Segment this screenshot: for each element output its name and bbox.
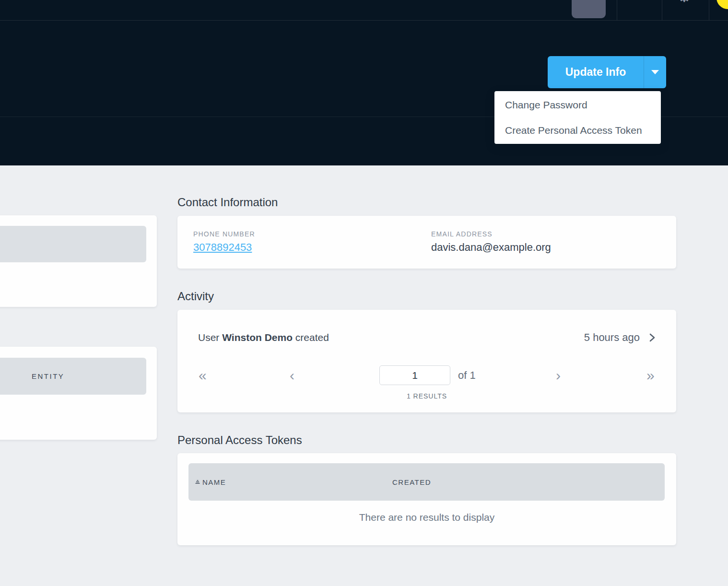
personal-access-tokens-card: NAME CREATED There are no results to dis… [177, 453, 676, 545]
tokens-empty-message: There are no results to display [177, 512, 676, 523]
last-page-button[interactable]: » [646, 364, 655, 386]
activity-user-name: Winston Demo [222, 332, 293, 343]
left-summary-card [0, 215, 157, 307]
activity-pagination: « ‹ of 1 › » [177, 364, 676, 386]
search-icon [581, 0, 597, 12]
update-info-button[interactable]: Update Info [548, 56, 644, 88]
results-count-label: 1 RESULTS [177, 392, 676, 400]
activity-title: Activity [177, 290, 214, 303]
tokens-column-created[interactable]: CREATED [392, 463, 431, 501]
caret-down-icon [651, 70, 659, 74]
left-card-placeholder-band [0, 226, 146, 262]
menu-item-change-password[interactable]: Change Password [494, 92, 661, 117]
entity-card: ENTITY [0, 347, 157, 440]
activity-log-row[interactable]: User Winston Demo created 5 hours ago [198, 327, 656, 348]
next-page-button[interactable]: › [556, 364, 561, 386]
previous-page-button[interactable]: ‹ [290, 364, 294, 386]
help-icon[interactable]: ? [635, 0, 643, 2]
user-profile-page: ? ⚙ Update Info Change Password Create P… [0, 0, 728, 586]
phone-field: PHONE NUMBER 3078892453 [193, 230, 255, 254]
update-info-split-button: Update Info [548, 56, 666, 88]
contact-information-card: PHONE NUMBER 3078892453 EMAIL ADDRESS da… [177, 216, 676, 269]
email-address-label: EMAIL ADDRESS [431, 230, 551, 238]
chevron-right-icon [648, 333, 656, 342]
contact-information-title: Contact Information [177, 196, 278, 209]
gear-icon[interactable]: ⚙ [677, 0, 692, 6]
page-count-label: of 1 [458, 364, 476, 386]
topbar-divider [662, 0, 662, 21]
menu-item-create-personal-access-token[interactable]: Create Personal Access Token [494, 117, 661, 143]
tokens-table-header: NAME CREATED [188, 463, 665, 501]
entity-card-header-band: ENTITY [0, 358, 146, 395]
sort-ascending-icon [195, 479, 200, 485]
search-button[interactable] [572, 0, 606, 18]
update-info-dropdown-menu: Change Password Create Personal Access T… [494, 91, 661, 144]
activity-description: User Winston Demo created [198, 332, 329, 343]
phone-number-link[interactable]: 3078892453 [193, 241, 252, 253]
activity-timestamp: 5 hours ago [584, 331, 656, 344]
topbar-divider [617, 0, 617, 21]
phone-number-label: PHONE NUMBER [193, 230, 255, 238]
first-page-button[interactable]: « [199, 364, 207, 386]
email-address-value: davis.dana@example.org [431, 241, 551, 254]
avatar[interactable] [716, 0, 728, 9]
tokens-column-name[interactable]: NAME [195, 463, 226, 501]
personal-access-tokens-title: Personal Access Tokens [177, 434, 302, 447]
email-field: EMAIL ADDRESS davis.dana@example.org [431, 230, 551, 254]
entity-column-header: ENTITY [32, 358, 64, 395]
update-info-menu-toggle[interactable] [644, 56, 666, 88]
topbar-divider [709, 0, 709, 21]
top-navigation-bar: ? ⚙ [0, 0, 728, 21]
page-number-input[interactable] [379, 365, 450, 385]
